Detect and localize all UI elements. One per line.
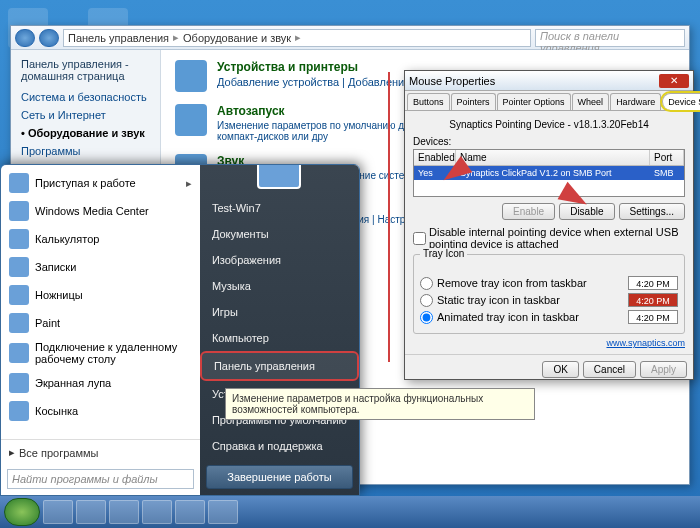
radio[interactable] <box>420 294 433 307</box>
mouse-properties-dialog: Mouse Properties ✕ Buttons Pointers Poin… <box>404 70 694 380</box>
taskbar-explorer-icon[interactable] <box>76 500 106 524</box>
sm-rdp[interactable]: Подключение к удаленному рабочему столу <box>1 337 200 369</box>
th-name[interactable]: Name <box>456 150 650 165</box>
back-button[interactable] <box>15 29 35 47</box>
checkbox[interactable] <box>413 232 426 245</box>
sm-label: Записки <box>35 261 76 273</box>
tab-device-settings[interactable]: Device Settings <box>662 93 700 110</box>
all-label: Все программы <box>19 447 98 459</box>
tray-icon-group: Tray Icon Remove tray icon from taskbar4… <box>413 254 685 334</box>
start-search-input[interactable]: Найти программы и файлы <box>7 469 194 489</box>
sm-pictures[interactable]: Изображения <box>200 247 359 273</box>
sidebar-item[interactable]: Программы <box>21 142 150 160</box>
sm-control-panel[interactable]: Панель управления <box>200 351 359 381</box>
settings-button[interactable]: Settings... <box>619 203 685 220</box>
sm-music[interactable]: Музыка <box>200 273 359 299</box>
breadcrumb-root[interactable]: Панель управления <box>68 32 169 44</box>
cancel-button[interactable]: Cancel <box>583 361 636 378</box>
time-preview: 4:20 PM <box>628 276 678 290</box>
td-name: Synaptics ClickPad V1.2 on SMB Port <box>456 166 650 180</box>
breadcrumb[interactable]: Панель управления▸ Оборудование и звук▸ <box>63 29 531 47</box>
radio-label: Static tray icon in taskbar <box>437 294 560 306</box>
forward-button[interactable] <box>39 29 59 47</box>
sidebar-item[interactable]: Система и безопасность <box>21 88 150 106</box>
start-button[interactable] <box>4 498 40 526</box>
close-button[interactable]: ✕ <box>659 74 689 88</box>
app-icon <box>9 257 29 277</box>
sm-user[interactable]: Test-Win7 <box>200 195 359 221</box>
taskbar-app-icon[interactable] <box>175 500 205 524</box>
tab-pointer-options[interactable]: Pointer Options <box>497 93 571 110</box>
app-icon <box>9 343 29 363</box>
sm-computer[interactable]: Компьютер <box>200 325 359 351</box>
synaptics-link[interactable]: www.synaptics.com <box>413 338 685 348</box>
tab-buttons[interactable]: Buttons <box>407 93 450 110</box>
sm-label: Ножницы <box>35 289 83 301</box>
app-icon <box>9 373 29 393</box>
radio[interactable] <box>420 311 433 324</box>
taskbar <box>0 496 700 528</box>
sm-label: Paint <box>35 317 60 329</box>
th-port[interactable]: Port <box>650 150 684 165</box>
td-port: SMB <box>650 166 684 180</box>
tab-wheel[interactable]: Wheel <box>572 93 610 110</box>
tab-hardware[interactable]: Hardware <box>610 93 661 110</box>
radio-static[interactable]: Static tray icon in taskbar4:20 PM <box>420 293 678 307</box>
breadcrumb-cat[interactable]: Оборудование и звук <box>183 32 291 44</box>
sm-wmc[interactable]: Windows Media Center <box>1 197 200 225</box>
sm-label: Экранная лупа <box>35 377 111 389</box>
ok-button[interactable]: OK <box>542 361 578 378</box>
sidebar-item[interactable]: Сеть и Интернет <box>21 106 150 124</box>
annotation-line <box>388 72 390 362</box>
all-programs[interactable]: ▸Все программы <box>9 446 192 459</box>
cp-home-link[interactable]: Панель управления - домашняя страница <box>21 58 150 82</box>
app-icon <box>9 173 29 193</box>
time-preview: 4:20 PM <box>628 310 678 324</box>
devices-icon <box>175 60 207 92</box>
sm-calc[interactable]: Калькулятор <box>1 225 200 253</box>
app-icon <box>9 201 29 221</box>
check-label: Disable internal pointing device when ex… <box>429 226 685 250</box>
dialog-title: Mouse Properties <box>409 75 659 87</box>
sm-games[interactable]: Игры <box>200 299 359 325</box>
sm-label: Калькулятор <box>35 233 99 245</box>
sm-documents[interactable]: Документы <box>200 221 359 247</box>
taskbar-app-icon[interactable] <box>208 500 238 524</box>
sm-magnifier[interactable]: Экранная лупа <box>1 369 200 397</box>
sm-getting-started[interactable]: Приступая к работе <box>1 169 200 197</box>
app-icon <box>9 313 29 333</box>
radio-remove[interactable]: Remove tray icon from taskbar4:20 PM <box>420 276 678 290</box>
taskbar-chrome-icon[interactable] <box>142 500 172 524</box>
radio[interactable] <box>420 277 433 290</box>
radio-label: Remove tray icon from taskbar <box>437 277 587 289</box>
sm-snip[interactable]: Ножницы <box>1 281 200 309</box>
sm-paint[interactable]: Paint <box>1 309 200 337</box>
autoplay-icon <box>175 104 207 136</box>
tabs: Buttons Pointers Pointer Options Wheel H… <box>405 91 693 111</box>
taskbar-ie-icon[interactable] <box>43 500 73 524</box>
chevron-icon: ▸ <box>9 446 15 459</box>
sm-solitaire[interactable]: Косынка <box>1 397 200 425</box>
tooltip: Изменение параметров и настройка функцио… <box>225 388 535 420</box>
sidebar-item-hardware[interactable]: Оборудование и звук <box>21 124 150 142</box>
tray-legend: Tray Icon <box>420 248 467 259</box>
sm-sticky[interactable]: Записки <box>1 253 200 281</box>
user-avatar[interactable] <box>257 164 301 189</box>
shutdown-button[interactable]: Завершение работы <box>206 465 353 489</box>
address-bar: Панель управления▸ Оборудование и звук▸ … <box>11 26 689 50</box>
start-menu: Приступая к работе Windows Media Center … <box>0 164 360 496</box>
radio-animated[interactable]: Animated tray icon in taskbar4:20 PM <box>420 310 678 324</box>
tab-pointers[interactable]: Pointers <box>451 93 496 110</box>
taskbar-wmp-icon[interactable] <box>109 500 139 524</box>
disable-internal-checkbox[interactable]: Disable internal pointing device when ex… <box>413 226 685 250</box>
sm-help[interactable]: Справка и поддержка <box>200 433 359 459</box>
sm-label: Windows Media Center <box>35 205 149 217</box>
sm-label: Косынка <box>35 405 78 417</box>
device-subtitle: Synaptics Pointing Device - v18.1.3.20Fe… <box>413 119 685 130</box>
app-icon <box>9 401 29 421</box>
app-icon <box>9 229 29 249</box>
enable-button: Enable <box>502 203 555 220</box>
radio-label: Animated tray icon in taskbar <box>437 311 579 323</box>
search-input[interactable]: Поиск в панели управления <box>535 29 685 47</box>
sm-label: Подключение к удаленному рабочему столу <box>35 341 192 365</box>
